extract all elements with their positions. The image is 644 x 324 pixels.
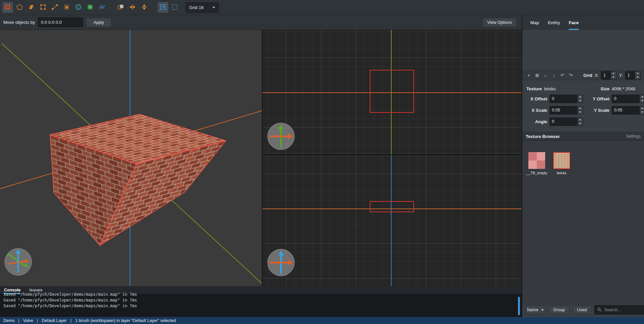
texture-tile-bricks[interactable]: [553, 152, 570, 169]
viewport-3d[interactable]: [0, 30, 262, 286]
grid-size-dropdown[interactable]: Grid 16: [186, 2, 219, 13]
viewport-2d-top[interactable]: [263, 30, 522, 154]
texture-browser-title: Texture Browser: [526, 134, 560, 139]
console-log-line: Saved "/home/pfych/Developer/demo/maps/m…: [3, 303, 522, 309]
status-map-name: Demo: [3, 318, 14, 323]
y-offset-decrement-button[interactable]: [640, 99, 644, 103]
reset-uv-button[interactable]: ×: [526, 73, 532, 78]
edge-tool-button[interactable]: [50, 2, 60, 12]
x-offset-increment-button[interactable]: [577, 95, 583, 99]
y-offset-input[interactable]: [612, 95, 639, 103]
used-button[interactable]: Used: [572, 305, 592, 315]
texture-browser-header: Texture Browser Settings: [522, 132, 644, 141]
y-scale-decrement-button[interactable]: [640, 110, 644, 114]
y-scale-increment-button[interactable]: [640, 106, 644, 110]
chevron-down-icon: [212, 7, 215, 8]
group-button[interactable]: Group: [549, 305, 570, 315]
tab-face[interactable]: Face: [569, 15, 579, 30]
shear-objects-tool-button[interactable]: [97, 2, 107, 12]
angle-label: Angle: [526, 119, 547, 124]
y-scale-input[interactable]: [612, 106, 639, 114]
uv-grid-x-decrement-button[interactable]: [611, 75, 616, 79]
uv-grid-x-input[interactable]: [601, 71, 610, 80]
uv-align-toolbar: × ⊠ ↔ ↕ ↶ ↷ Grid X: Y:: [522, 70, 644, 80]
console-log-line: Saved "/home/pfych/Developer/demo/maps/m…: [3, 292, 522, 297]
search-icon: [597, 308, 601, 313]
x-scale-decrement-button[interactable]: [577, 110, 583, 114]
sort-dropdown[interactable]: Name: [525, 305, 546, 315]
viewport-3d-canvas: [0, 30, 262, 286]
uv-grid-y-spinner: [625, 71, 641, 80]
trenchbroom-window: Grid 16 Move objects by Apply View Optio…: [0, 0, 644, 324]
x-scale-input[interactable]: [550, 106, 577, 114]
tab-map[interactable]: Map: [530, 15, 539, 30]
uv-grid-y-decrement-button[interactable]: [635, 75, 640, 79]
rotate-ccw-button[interactable]: ↶: [559, 73, 565, 78]
clip-tool-button[interactable]: [26, 2, 36, 12]
console-scrollbar[interactable]: [518, 297, 520, 315]
texture-browser-grid[interactable]: __TB_empty bricks: [522, 141, 644, 305]
uv-grid-y-increment-button[interactable]: [635, 72, 640, 75]
texture-lock-toggle-button[interactable]: [158, 2, 168, 12]
texture-browser-settings-link[interactable]: Settings: [626, 134, 641, 139]
x-scale-increment-button[interactable]: [577, 106, 583, 110]
angle-input[interactable]: [550, 118, 577, 126]
y-offset-increment-button[interactable]: [640, 95, 644, 99]
x-offset-decrement-button[interactable]: [577, 99, 583, 103]
edge-icon: [51, 4, 58, 11]
3d-axis-gizmo: [3, 246, 34, 277]
status-separator: |: [37, 318, 38, 323]
console-log: Saved "/home/pfych/Developer/demo/maps/m…: [0, 292, 522, 309]
viewport-2d-bottom[interactable]: [263, 155, 522, 286]
2d-top-axis-gizmo: [266, 121, 296, 152]
face-tool-button[interactable]: [62, 2, 72, 12]
scale-objects-tool-button[interactable]: [85, 2, 95, 12]
status-separator: |: [18, 318, 19, 323]
status-bar: Demo | Valve | Default Layer | 1 brush (…: [0, 317, 644, 324]
clip-icon: [28, 4, 35, 11]
x-offset-spinner: [550, 95, 583, 103]
uv-lock-toggle-button[interactable]: [170, 2, 180, 12]
y-offset-label: Y Offset: [588, 96, 609, 101]
tab-entity[interactable]: Entity: [548, 15, 560, 30]
flip-u-button[interactable]: ↔: [542, 73, 549, 78]
uv-grid-x-spinner: [601, 71, 616, 80]
texture-search-box: [594, 305, 644, 315]
vertex-tool-button[interactable]: [38, 2, 48, 12]
vertex-icon: [40, 4, 46, 11]
apply-button[interactable]: Apply: [86, 18, 112, 27]
rotate-objects-tool-button[interactable]: [73, 2, 83, 12]
uv-grid-y-label: Y:: [619, 73, 623, 78]
rotate-icon: [75, 4, 82, 11]
shear-icon: [98, 4, 105, 11]
texture-search-input[interactable]: [604, 307, 644, 313]
main-toolbar: Grid 16: [0, 0, 644, 15]
angle-decrement-button[interactable]: [577, 122, 583, 126]
move-objects-bar: Move objects by Apply View Options: [0, 15, 522, 30]
selected-brush-outline[interactable]: [370, 201, 414, 212]
selection-brush-tool-button[interactable]: [3, 2, 13, 12]
brush-icon: [4, 4, 11, 11]
view-options-button[interactable]: View Options: [483, 18, 517, 27]
workspace: [0, 30, 522, 286]
reset-uv-world-button[interactable]: ⊠: [534, 73, 540, 78]
rotate-cw-button[interactable]: ↷: [568, 73, 574, 78]
axis-z-line: [391, 155, 392, 286]
uv-grid-y-input[interactable]: [625, 71, 635, 80]
angle-increment-button[interactable]: [577, 118, 583, 122]
csg-tool-button[interactable]: [116, 2, 126, 12]
selected-brush-outline[interactable]: [370, 70, 414, 113]
grid-size-label: Grid 16: [189, 5, 204, 10]
texture-tile-tb-empty[interactable]: [528, 152, 545, 169]
uv-grid-x-increment-button[interactable]: [611, 72, 616, 75]
flip-vertical-button[interactable]: [139, 2, 149, 12]
x-offset-input[interactable]: [550, 95, 577, 103]
inspector-tabs: Map Entity Face: [522, 15, 644, 30]
move-objects-input[interactable]: [38, 17, 83, 27]
polygon-brush-tool-button[interactable]: [14, 2, 25, 12]
uv-grid-x-label: X:: [595, 73, 599, 78]
flip-v-button[interactable]: ↕: [551, 73, 557, 78]
flip-horizontal-button[interactable]: [127, 2, 137, 12]
chevron-down-icon: [541, 309, 544, 311]
size-label: Size: [601, 86, 609, 91]
